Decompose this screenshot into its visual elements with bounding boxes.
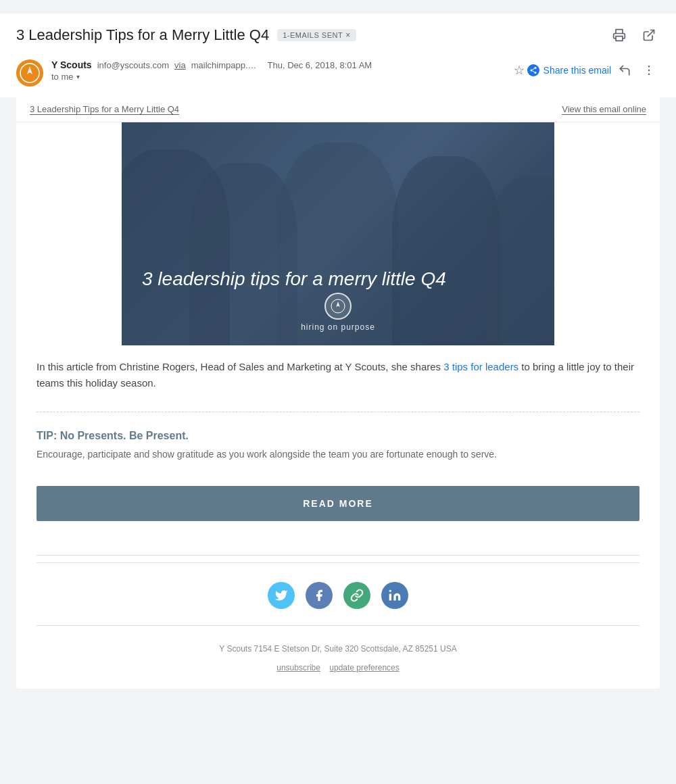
svg-point-16 bbox=[389, 590, 391, 592]
email-body-wrapper: 3 Leadership Tips for a Merry Little Q4 … bbox=[0, 97, 676, 705]
email-nav-right-link[interactable]: View this email online bbox=[562, 104, 646, 115]
sender-email: info@yscouts.com bbox=[97, 60, 169, 70]
divider-dashed bbox=[37, 412, 639, 412]
svg-marker-14 bbox=[336, 301, 339, 307]
open-external-button[interactable] bbox=[638, 24, 660, 46]
svg-point-7 bbox=[534, 72, 536, 74]
sender-info: Y Scouts info@yscouts.com via mailchimpa… bbox=[51, 59, 372, 82]
footer-text: Y Scouts 7154 E Stetson Dr, Suite 320 Sc… bbox=[16, 626, 660, 689]
reply-button[interactable] bbox=[614, 59, 635, 81]
intro-text: In this article from Christine Rogers, H… bbox=[37, 361, 443, 372]
badge-text: 1-EMAILS SENT bbox=[283, 31, 343, 39]
hero-section: 3 leadership tips for a merry little Q4 … bbox=[122, 122, 554, 345]
divider-solid-2 bbox=[37, 562, 639, 563]
avatar bbox=[16, 59, 43, 87]
share-svg bbox=[529, 66, 537, 74]
sender-name-row: Y Scouts info@yscouts.com via mailchimpa… bbox=[51, 59, 372, 70]
svg-point-2 bbox=[18, 61, 42, 85]
svg-point-11 bbox=[648, 70, 650, 72]
spacer bbox=[16, 535, 660, 548]
sender-mailchimp: mailchimpapp.… bbox=[191, 60, 257, 70]
badge-close[interactable]: × bbox=[345, 30, 351, 40]
share-email-button[interactable]: Share this email bbox=[527, 64, 611, 76]
email-container: 3 Leadership Tips for a Merry Little Q4 … bbox=[0, 0, 676, 718]
tip-title: TIP: No Presents. Be Present. bbox=[37, 430, 639, 442]
facebook-svg bbox=[312, 589, 326, 602]
hero-logo-text: hiring on purpose bbox=[301, 322, 375, 332]
reply-icon bbox=[618, 64, 631, 77]
subject-title: 3 Leadership Tips for a Merry Little Q4 bbox=[16, 26, 269, 44]
print-button[interactable] bbox=[608, 24, 630, 46]
svg-line-9 bbox=[532, 68, 534, 70]
hero-logo: hiring on purpose bbox=[122, 293, 554, 332]
subject-actions bbox=[608, 24, 660, 46]
sender-left: Y Scouts info@yscouts.com via mailchimpa… bbox=[16, 59, 372, 87]
svg-line-1 bbox=[648, 30, 654, 36]
tip-body: Encourage, participate and show gratitud… bbox=[37, 447, 639, 462]
share-icon bbox=[527, 64, 539, 76]
more-icon bbox=[642, 64, 656, 77]
subject-row: 3 Leadership Tips for a Merry Little Q4 … bbox=[16, 24, 660, 54]
svg-rect-0 bbox=[616, 36, 623, 41]
email-nav: 3 Leadership Tips for a Merry Little Q4 … bbox=[16, 97, 660, 122]
star-icon[interactable]: ☆ bbox=[514, 63, 525, 78]
svg-point-6 bbox=[530, 70, 532, 72]
tips-link[interactable]: 3 tips for leaders bbox=[443, 361, 518, 372]
link-icon[interactable] bbox=[343, 582, 370, 609]
svg-point-10 bbox=[648, 66, 650, 68]
svg-rect-15 bbox=[389, 594, 391, 601]
email-nav-left-link[interactable]: 3 Leadership Tips for a Merry Little Q4 bbox=[30, 104, 179, 115]
update-preferences-link[interactable]: update preferences bbox=[329, 663, 399, 672]
to-me-dropdown[interactable]: ▾ bbox=[76, 73, 80, 80]
unsubscribe-link[interactable]: unsubscribe bbox=[276, 663, 320, 672]
link-svg bbox=[350, 589, 364, 602]
email-content: 3 Leadership Tips for a Merry Little Q4 … bbox=[16, 97, 660, 689]
social-row bbox=[16, 566, 660, 625]
svg-point-13 bbox=[331, 299, 345, 313]
sender-name: Y Scouts bbox=[51, 59, 92, 70]
print-icon bbox=[612, 28, 626, 42]
email-header: 3 Leadership Tips for a Merry Little Q4 … bbox=[0, 14, 676, 97]
to-me-row: to me ▾ bbox=[51, 72, 372, 82]
twitter-icon[interactable] bbox=[268, 582, 295, 609]
more-button[interactable] bbox=[638, 59, 660, 81]
footer-links: unsubscribe update preferences bbox=[37, 661, 639, 676]
to-me-label: to me bbox=[51, 72, 74, 82]
twitter-svg bbox=[274, 589, 288, 602]
sender-date: Thu, Dec 6, 2018, 8:01 AM bbox=[268, 60, 372, 70]
tip-section: TIP: No Presents. Be Present. Encourage,… bbox=[16, 419, 660, 486]
subject-left: 3 Leadership Tips for a Merry Little Q4 … bbox=[16, 26, 356, 44]
hero-logo-circle bbox=[324, 293, 352, 320]
sender-row: Y Scouts info@yscouts.com via mailchimpa… bbox=[16, 54, 660, 97]
footer-address: Y Scouts 7154 E Stetson Dr, Suite 320 Sc… bbox=[37, 642, 639, 657]
linkedin-svg bbox=[388, 589, 402, 602]
share-email-label: Share this email bbox=[544, 65, 611, 76]
linkedin-icon[interactable] bbox=[381, 582, 408, 609]
sender-via[interactable]: via bbox=[174, 60, 186, 70]
facebook-icon[interactable] bbox=[306, 582, 333, 609]
read-more-button[interactable]: READ MORE bbox=[37, 486, 639, 521]
hero-yscouts-icon bbox=[330, 298, 346, 314]
hero-title: 3 leadership tips for a merry little Q4 bbox=[122, 267, 554, 291]
sender-actions: ☆ Share this email bbox=[514, 59, 660, 81]
yscouts-avatar-logo bbox=[18, 61, 42, 85]
svg-line-8 bbox=[532, 71, 534, 72]
svg-point-5 bbox=[534, 67, 536, 69]
emails-sent-badge: 1-EMAILS SENT × bbox=[277, 29, 356, 41]
open-external-icon bbox=[642, 28, 656, 42]
body-text-section: In this article from Christine Rogers, H… bbox=[16, 345, 660, 405]
divider-solid-1 bbox=[37, 555, 639, 556]
svg-point-12 bbox=[648, 74, 650, 76]
